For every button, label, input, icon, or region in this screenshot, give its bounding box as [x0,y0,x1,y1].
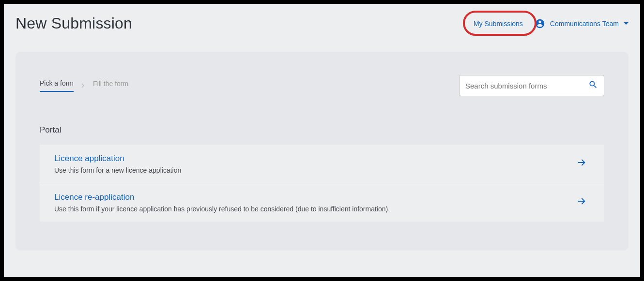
form-list: Licence application Use this form for a … [40,145,604,222]
form-item-licence-application[interactable]: Licence application Use this form for a … [40,145,604,183]
form-item-licence-reapplication[interactable]: Licence re-application Use this form if … [40,183,604,222]
main-panel: Pick a form Fill the form Portal Licen [15,52,629,251]
account-circle-icon [535,18,545,29]
header-right: My Submissions Communications Team [474,18,629,29]
page-title: New Submission [15,15,132,32]
user-name: Communications Team [550,20,619,28]
search-icon[interactable] [588,80,598,91]
user-menu[interactable]: Communications Team [535,18,629,29]
search-input[interactable] [465,82,588,90]
arrow-right-icon[interactable] [572,153,591,174]
form-item-description: Use this form if your licence applicatio… [54,205,572,213]
form-item-content: Licence re-application Use this form if … [54,192,572,213]
chevron-down-icon [624,22,629,25]
header: New Submission My Submissions Communicat… [15,15,629,32]
my-submissions-link[interactable]: My Submissions [474,20,523,28]
form-item-title: Licence re-application [54,192,572,202]
breadcrumb: Pick a form Fill the form [40,79,128,92]
section-title: Portal [40,125,604,135]
breadcrumb-step-pick[interactable]: Pick a form [40,79,74,92]
arrow-right-icon[interactable] [572,192,591,213]
form-item-title: Licence application [54,154,572,163]
panel-top: Pick a form Fill the form [40,75,604,96]
form-item-content: Licence application Use this form for a … [54,154,572,174]
search-box[interactable] [459,75,604,96]
chevron-right-icon [81,82,85,89]
breadcrumb-step-fill: Fill the form [93,80,128,91]
app-container: New Submission My Submissions Communicat… [4,4,640,277]
my-submissions-wrapper: My Submissions [474,19,523,28]
form-item-description: Use this form for a new licence applicat… [54,166,572,174]
